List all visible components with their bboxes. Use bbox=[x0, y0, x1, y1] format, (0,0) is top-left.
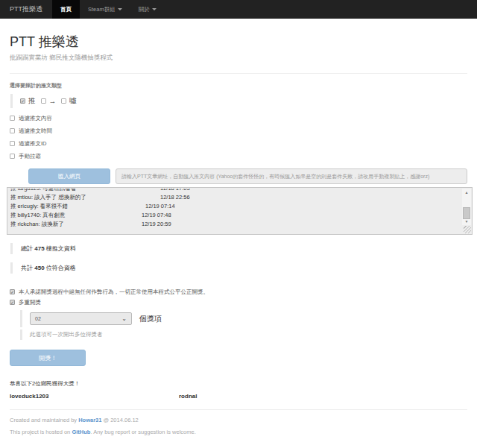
page-title: PTT 推樂透 bbox=[10, 34, 467, 50]
chevron-down-icon bbox=[118, 8, 122, 10]
push-type-section-label: 選擇要採計的推文類型 bbox=[10, 82, 467, 89]
prize-unit-label: 個獎項 bbox=[139, 314, 162, 324]
resize-grip-icon[interactable] bbox=[464, 226, 471, 233]
prize-count-select[interactable]: 02 ⌄ bbox=[30, 312, 132, 325]
brand-link[interactable]: PTT推樂透 bbox=[0, 0, 52, 19]
scroll-up-icon[interactable]: ▲ bbox=[462, 189, 471, 196]
manual-slot-row: 手動拉霸 bbox=[10, 154, 467, 159]
filter-time-label[interactable]: 過濾推文時間 bbox=[19, 127, 52, 135]
navbar: PTT推樂透 首頁 Steam群組 關於 bbox=[0, 0, 477, 19]
check-mark-icon: ✓ bbox=[10, 300, 14, 305]
total-prefix: 總計 bbox=[21, 245, 34, 252]
total-suffix: 樓推文資料 bbox=[45, 245, 76, 252]
push-type-option-boo: 噓 bbox=[61, 96, 77, 106]
nav-item-home-label: 首頁 bbox=[60, 0, 72, 19]
check-mark-icon: ✓ bbox=[21, 99, 25, 104]
nav-item-about-label: 關於 bbox=[139, 0, 150, 19]
manual-slot-label[interactable]: 手動拉霸 bbox=[19, 153, 41, 160]
push-line: 推 ericugly: 看來很不錯 12/19 07:14 bbox=[10, 202, 460, 211]
total-pushes-row: 總計 475 樓推文資料 bbox=[10, 243, 467, 254]
push-line-text: 推 mtiou: 該入手了 想換新的了 bbox=[10, 194, 86, 201]
push-list-textarea[interactable]: 推 targa123: 考慮租訊看看 12/18 17:03 推 mtiou: … bbox=[7, 187, 473, 235]
filter-time-checkbox[interactable] bbox=[10, 128, 15, 133]
push-type-option-push: ✓ 推 bbox=[20, 96, 36, 106]
qualified-prefix: 共計 bbox=[21, 265, 34, 271]
chevron-down-icon bbox=[152, 8, 157, 10]
scrollbar[interactable]: ▲ ▼ bbox=[462, 189, 471, 225]
push-line: 推 rickchan: 該換新了 12/19 20:59 bbox=[10, 220, 460, 229]
footer-hosted-prefix: This project is hosted on bbox=[10, 429, 72, 435]
push-type-option-arrow: → bbox=[41, 97, 57, 105]
push-line-time: 12/19 20:59 bbox=[142, 220, 171, 229]
qualified-count: 450 bbox=[34, 265, 44, 271]
check-mark-icon: ✓ bbox=[10, 290, 14, 294]
multi-draw-label[interactable]: 多重開獎 bbox=[19, 299, 41, 306]
multi-draw-hint: 此選項可一次開出多位得獎者 bbox=[20, 329, 467, 340]
push-line-time: 12/19 07:14 bbox=[145, 202, 175, 211]
author-link[interactable]: Howar31 bbox=[78, 417, 101, 423]
manual-slot-checkbox[interactable] bbox=[10, 154, 15, 159]
scroll-down-icon[interactable]: ▼ bbox=[462, 218, 471, 225]
multi-draw-row: ✓ 多重開獎 bbox=[10, 300, 467, 305]
boo-label[interactable]: 噓 bbox=[69, 96, 77, 106]
arrow-label[interactable]: → bbox=[49, 97, 57, 105]
push-line-text: 推 targa123: 考慮租訊看看 bbox=[10, 189, 76, 192]
promise-label[interactable]: 本人承諾開獎過程中絕無任何作弊行為，一切正常使用本程式公平公正開獎。 bbox=[19, 288, 209, 296]
push-line: 推 mtiou: 該入手了 想換新的了 12/18 22:56 bbox=[10, 193, 460, 202]
filter-content-row: 過濾推文內容 bbox=[10, 116, 467, 121]
filter-id-label[interactable]: 過濾推文ID bbox=[19, 140, 47, 148]
push-line-time: 12/18 22:56 bbox=[160, 193, 190, 202]
article-url-input[interactable] bbox=[116, 168, 467, 184]
promise-row: ✓ 本人承諾開獎過程中絕無任何作弊行為，一切正常使用本程式公平公正開獎。 bbox=[10, 289, 467, 294]
boo-checkbox[interactable] bbox=[61, 98, 66, 104]
push-line-text: 推 ericugly: 看來很不錯 bbox=[10, 203, 68, 209]
footer-hosted-line: This project is hosted on GitHub. Any bu… bbox=[10, 429, 467, 435]
filter-content-checkbox[interactable] bbox=[10, 116, 15, 121]
filter-content-label[interactable]: 過濾推文內容 bbox=[19, 115, 52, 122]
import-row: 匯入網頁 bbox=[28, 168, 467, 184]
footer-hosted-suffix: . Any bug report or suggestion is welcom… bbox=[90, 429, 195, 435]
push-line-text: 推 billy1740: 真有創意 bbox=[10, 212, 65, 218]
push-line-time: 12/19 07:48 bbox=[142, 211, 171, 220]
nav-item-steam-group[interactable]: Steam群組 bbox=[80, 0, 130, 19]
push-label[interactable]: 推 bbox=[28, 96, 36, 106]
github-link[interactable]: GitHub bbox=[72, 429, 90, 435]
qualified-count-row: 共計 450 位符合資格 bbox=[10, 262, 467, 274]
qualified-suffix: 位符合資格 bbox=[45, 265, 76, 271]
promise-checkbox[interactable]: ✓ bbox=[10, 289, 15, 294]
footer-credit-suffix: @ 2014.06.12 bbox=[101, 417, 138, 423]
push-type-row: ✓ 推 → 噓 bbox=[10, 94, 467, 108]
prize-count-block: 02 ⌄ 個獎項 bbox=[20, 310, 467, 327]
footer-credit-line: Created and maintained by Howar31 @ 2014… bbox=[10, 417, 467, 423]
push-checkbox[interactable]: ✓ bbox=[20, 98, 25, 104]
multi-draw-checkbox[interactable]: ✓ bbox=[10, 300, 15, 305]
filter-id-checkbox[interactable] bbox=[10, 141, 15, 146]
push-line: 推 billy1740: 真有創意 12/19 07:48 bbox=[10, 211, 460, 220]
winner-name: loveduck1203 bbox=[10, 393, 179, 400]
nav-item-home[interactable]: 首頁 bbox=[52, 0, 80, 19]
push-list-content: 推 targa123: 考慮租訊看看 12/18 17:03 推 mtiou: … bbox=[10, 189, 460, 233]
prize-count-value: 02 bbox=[35, 316, 121, 321]
filter-id-row: 過濾推文ID bbox=[10, 141, 467, 146]
chevron-down-icon: ⌄ bbox=[121, 316, 127, 322]
push-line-text: 推 rickchan: 該換新了 bbox=[10, 221, 64, 227]
congrats-message: 恭喜以下2位鄉民獲得大獎！ bbox=[10, 380, 467, 388]
page-subtitle: 批踢踢實業坊 鄉民推文隨機抽獎程式 bbox=[10, 54, 467, 63]
nav-item-steam-label: Steam群組 bbox=[88, 0, 116, 19]
footer-credit-prefix: Created and maintained by bbox=[10, 417, 78, 423]
main-content: PTT 推樂透 批踢踢實業坊 鄉民推文隨機抽獎程式 選擇要採計的推文類型 ✓ 推… bbox=[0, 34, 477, 435]
draw-button[interactable]: 開獎！ bbox=[10, 350, 86, 366]
nav-item-about[interactable]: 關於 bbox=[130, 0, 165, 19]
import-url-button[interactable]: 匯入網頁 bbox=[28, 168, 110, 184]
winners-row: loveduck1203 rodnal bbox=[10, 393, 467, 400]
footer-divider bbox=[10, 409, 467, 410]
arrow-checkbox[interactable] bbox=[41, 98, 46, 104]
filter-time-row: 過濾推文時間 bbox=[10, 128, 467, 133]
total-count: 475 bbox=[34, 245, 44, 252]
divider bbox=[10, 73, 467, 74]
winner-name: rodnal bbox=[179, 393, 348, 400]
nav-items: 首頁 Steam群組 關於 bbox=[52, 0, 165, 19]
